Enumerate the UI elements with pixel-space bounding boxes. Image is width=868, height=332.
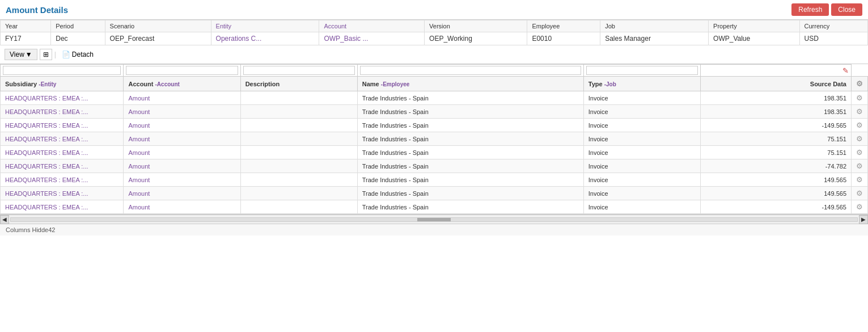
header-buttons: Refresh Close: [791, 3, 862, 16]
filter-input-subsidiary-field[interactable]: [3, 66, 121, 75]
detach-page-icon: 📄: [62, 51, 70, 58]
scroll-left-button[interactable]: ◀: [0, 215, 9, 224]
col-gear-header: ⚙: [852, 77, 868, 91]
cell-subsidiary: HEADQUARTERS : EMEA :...: [1, 132, 124, 146]
col-description-label: Description: [245, 81, 280, 87]
col-source-label: Source Data: [810, 81, 846, 87]
scroll-thumb[interactable]: [417, 218, 451, 221]
col-subsidiary-label: Subsidiary: [5, 81, 39, 87]
filter-input-name-field[interactable]: [360, 66, 581, 75]
gear-icon[interactable]: ⚙: [856, 175, 863, 184]
view-button[interactable]: View ▼: [5, 49, 37, 60]
cell-account: Amount: [124, 187, 240, 200]
cell-type: Invoice: [583, 132, 700, 146]
settings-icon-header[interactable]: ⚙: [856, 79, 863, 88]
detach-label: Detach: [72, 51, 94, 58]
cell-gear[interactable]: ⚙: [852, 146, 868, 159]
cell-type: Invoice: [583, 200, 700, 214]
cell-gear[interactable]: ⚙: [852, 200, 868, 214]
filter-input-type[interactable]: [583, 65, 700, 77]
col-type-label: Type: [588, 81, 604, 87]
cell-gear[interactable]: ⚙: [852, 91, 868, 105]
filter-input-account[interactable]: [124, 65, 240, 77]
cell-source: -149.565: [700, 119, 851, 132]
col-account-sort: -Account: [155, 81, 180, 87]
gear-icon[interactable]: ⚙: [856, 148, 863, 157]
cell-description: [240, 132, 357, 146]
gear-icon[interactable]: ⚙: [856, 203, 863, 211]
cell-name: Trade Industries - Spain: [357, 159, 583, 173]
col-type[interactable]: Type -Job: [583, 77, 700, 91]
cell-subsidiary: HEADQUARTERS : EMEA :...: [1, 159, 124, 173]
cell-gear[interactable]: ⚙: [852, 173, 868, 187]
filter-property: OWP_Value: [709, 32, 799, 45]
cell-source: -74.782: [700, 159, 851, 173]
cell-account: Amount: [124, 132, 240, 146]
col-header-job: Job: [600, 20, 709, 32]
cell-gear[interactable]: ⚙: [852, 119, 868, 132]
col-name[interactable]: Name -Employee: [357, 77, 583, 91]
cell-type: Invoice: [583, 105, 700, 119]
cell-name: Trade Industries - Spain: [357, 132, 583, 146]
col-header-currency: Currency: [799, 20, 867, 32]
cell-account: Amount: [124, 159, 240, 173]
cell-account: Amount: [124, 146, 240, 159]
filter-year: FY17: [1, 32, 51, 45]
gear-icon[interactable]: ⚙: [856, 121, 863, 129]
scroll-right-button[interactable]: ▶: [859, 215, 868, 224]
table-row: HEADQUARTERS : EMEA :...AmountTrade Indu…: [1, 105, 868, 119]
col-header-employee: Employee: [527, 20, 600, 32]
refresh-button[interactable]: Refresh: [791, 3, 829, 16]
column-filter-row: ✎: [1, 65, 868, 77]
export-icon-button[interactable]: ⊞: [40, 49, 52, 60]
col-name-sort: -Employee: [381, 81, 410, 87]
filter-input-source[interactable]: ✎: [700, 65, 851, 77]
data-table-container[interactable]: ✎ Subsidiary -Entity Account -Account De…: [0, 64, 868, 215]
cell-description: [240, 91, 357, 105]
col-header-account: Account: [319, 20, 425, 32]
filter-input-subsidiary[interactable]: [1, 65, 124, 77]
cell-gear[interactable]: ⚙: [852, 105, 868, 119]
cell-gear[interactable]: ⚙: [852, 187, 868, 200]
gear-icon[interactable]: ⚙: [856, 107, 863, 116]
cell-gear[interactable]: ⚙: [852, 159, 868, 173]
cell-gear[interactable]: ⚙: [852, 132, 868, 146]
filter-input-account-field[interactable]: [126, 66, 238, 75]
filter-input-type-field[interactable]: [586, 66, 698, 75]
cell-subsidiary: HEADQUARTERS : EMEA :...: [1, 146, 124, 159]
cell-subsidiary: HEADQUARTERS : EMEA :...: [1, 119, 124, 132]
detach-button[interactable]: 📄 Detach: [58, 49, 97, 60]
col-type-sort: -Job: [604, 81, 616, 87]
col-description[interactable]: Description: [240, 77, 357, 91]
edit-icon[interactable]: ✎: [842, 66, 849, 75]
cell-source: -149.565: [700, 200, 851, 214]
cell-subsidiary: HEADQUARTERS : EMEA :...: [1, 91, 124, 105]
filter-period: Dec: [51, 32, 105, 45]
cell-account: Amount: [124, 119, 240, 132]
filter-input-description[interactable]: [240, 65, 357, 77]
gear-icon[interactable]: ⚙: [856, 189, 863, 197]
filter-version: OEP_Working: [425, 32, 527, 45]
filter-input-name[interactable]: [357, 65, 583, 77]
filter-table: Year Period Scenario Entity Account Vers…: [0, 20, 868, 45]
col-account[interactable]: Account -Account: [124, 77, 240, 91]
toolbar: View ▼ ⊞ | 📄 Detach: [0, 45, 868, 64]
horizontal-scrollbar[interactable]: ◀ ▶: [0, 215, 868, 224]
scroll-track[interactable]: [10, 217, 858, 222]
filter-input-description-field[interactable]: [243, 66, 355, 75]
cell-account: Amount: [124, 91, 240, 105]
gear-icon[interactable]: ⚙: [856, 162, 863, 170]
cell-name: Trade Industries - Spain: [357, 105, 583, 119]
col-subsidiary[interactable]: Subsidiary -Entity: [1, 77, 124, 91]
gear-icon[interactable]: ⚙: [856, 135, 863, 143]
col-source[interactable]: Source Data: [700, 77, 851, 91]
gear-icon[interactable]: ⚙: [856, 94, 863, 102]
cell-type: Invoice: [583, 187, 700, 200]
separator: |: [54, 51, 56, 58]
cell-account: Amount: [124, 173, 240, 187]
col-header-period: Period: [51, 20, 105, 32]
cell-subsidiary: HEADQUARTERS : EMEA :...: [1, 105, 124, 119]
table-body: HEADQUARTERS : EMEA :...AmountTrade Indu…: [1, 91, 868, 214]
cell-source: 149.565: [700, 173, 851, 187]
close-button[interactable]: Close: [831, 3, 862, 16]
